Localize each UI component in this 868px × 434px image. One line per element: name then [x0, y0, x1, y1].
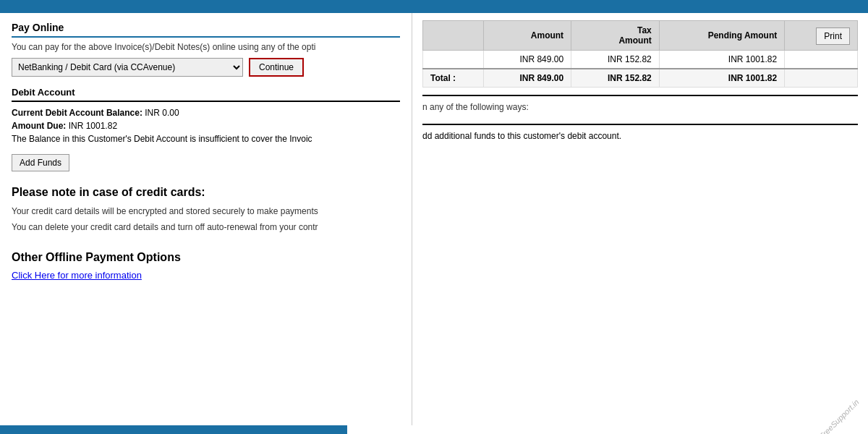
amount-due-row: Amount Due: INR 1001.82	[12, 121, 400, 131]
table-footer-row: Total : INR 849.00 INR 152.82 INR 1001.8…	[423, 69, 858, 88]
footer-pending-amount: INR 1001.82	[659, 69, 784, 88]
insufficient-balance-text: The Balance in this Customer's Debit Acc…	[12, 134, 400, 144]
offline-link[interactable]: Click Here for more information	[12, 270, 142, 281]
payment-method-select[interactable]: NetBanking / Debit Card (via CCAvenue)	[12, 58, 243, 77]
credit-card-section: Please note in case of credit cards: You…	[12, 186, 400, 234]
print-button[interactable]: Print	[816, 27, 850, 45]
bottom-bar-container	[0, 425, 868, 434]
table-header-row: Amount TaxAmount Pending Amount Print	[423, 21, 858, 51]
credit-card-line2: You can delete your credit card details …	[12, 221, 400, 234]
offline-section: Other Offline Payment Options Click Here…	[12, 251, 400, 281]
row-amount: INR 849.00	[483, 51, 571, 69]
amount-due-value: INR 1001.82	[69, 121, 117, 131]
credit-card-title: Please note in case of credit cards:	[12, 186, 400, 199]
col-header-tax-amount: TaxAmount	[571, 21, 660, 51]
current-balance-label: Current Debit Account Balance:	[12, 108, 142, 118]
row-pending-amount: INR 1001.82	[659, 51, 784, 69]
following-ways-text: n any of the following ways:	[422, 95, 858, 112]
payment-method-row: NetBanking / Debit Card (via CCAvenue) C…	[12, 58, 400, 77]
row-action	[785, 51, 858, 69]
main-container: Pay Online You can pay for the above Inv…	[0, 13, 868, 425]
amount-due-label: Amount Due:	[12, 121, 66, 131]
footer-amount: INR 849.00	[483, 69, 571, 88]
bottom-bar-left	[0, 425, 347, 434]
current-balance-value: INR 0.00	[145, 108, 179, 118]
footer-label: Total :	[423, 69, 484, 88]
top-bar	[0, 0, 868, 13]
debit-account-title: Debit Account	[12, 87, 400, 102]
col-header-label	[423, 21, 484, 51]
col-header-print: Print	[785, 21, 858, 51]
add-funds-button[interactable]: Add Funds	[12, 154, 69, 171]
pay-online-description: You can pay for the above Invoice(s)/Deb…	[12, 42, 400, 52]
right-panel: Amount TaxAmount Pending Amount Print IN…	[412, 13, 868, 425]
credit-card-line1: Your credit card details will be encrypt…	[12, 205, 400, 218]
footer-spacer	[785, 69, 858, 88]
debit-desc-right: dd additional funds to this customer's d…	[422, 124, 858, 141]
col-header-pending-amount: Pending Amount	[659, 21, 784, 51]
continue-button[interactable]: Continue	[249, 58, 304, 77]
current-balance-row: Current Debit Account Balance: INR 0.00	[12, 108, 400, 118]
row-label	[423, 51, 484, 69]
footer-tax-amount: INR 152.82	[571, 69, 660, 88]
table-row: INR 849.00 INR 152.82 INR 1001.82	[423, 51, 858, 69]
offline-title: Other Offline Payment Options	[12, 251, 400, 264]
col-header-amount: Amount	[483, 21, 571, 51]
invoice-table: Amount TaxAmount Pending Amount Print IN…	[422, 20, 858, 88]
left-panel: Pay Online You can pay for the above Inv…	[0, 13, 412, 425]
row-tax-amount: INR 152.82	[571, 51, 660, 69]
pay-online-title: Pay Online	[12, 22, 400, 38]
